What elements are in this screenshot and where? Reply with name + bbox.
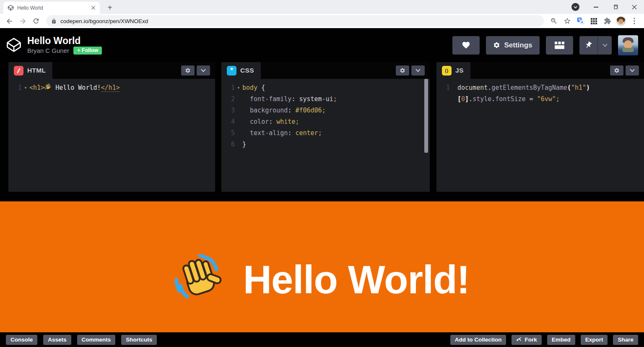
reload-icon[interactable] <box>30 15 42 27</box>
url-text: codepen.io/bgoonz/pen/XWNOExd <box>60 18 148 24</box>
pin-dropdown-button[interactable] <box>598 36 612 55</box>
code-line: 6} <box>221 139 430 150</box>
preview-heading: Hello World! <box>174 227 470 332</box>
html-code-area[interactable]: 1▼<h1> Hello World!</h1> <box>8 79 215 192</box>
browser-avatar[interactable] <box>615 16 626 27</box>
browser-tabstrip: Hello World + <box>0 0 644 14</box>
bookmark-star-icon[interactable] <box>561 16 573 27</box>
html-badge-icon <box>14 66 23 76</box>
browser-window: Hello World + codep <box>0 0 644 347</box>
js-collapse-button[interactable] <box>626 65 639 76</box>
tab-close-icon[interactable] <box>91 5 96 10</box>
browser-tab[interactable]: Hello World <box>3 2 100 14</box>
chevron-down-icon <box>415 69 421 72</box>
gear-icon <box>185 68 191 73</box>
pane-resizer[interactable] <box>430 62 436 192</box>
status-bar: Console Assets Comments Shortcuts Add to… <box>0 332 644 347</box>
window-restore-button[interactable] <box>605 0 625 14</box>
like-button[interactable] <box>452 36 480 55</box>
code-line: 1▼body { <box>221 82 430 94</box>
follow-button[interactable]: + Follow <box>73 47 102 55</box>
url-bar[interactable]: codepen.io/bgoonz/pen/XWNOExd <box>46 15 544 27</box>
pane-resizer[interactable] <box>215 62 221 192</box>
layout-icon <box>554 41 565 50</box>
lock-icon <box>51 18 57 24</box>
code-line: 2 font-family: system-ui; <box>221 94 430 105</box>
css-code-area[interactable]: 1▼body {2 font-family: system-ui;3 backg… <box>221 79 430 192</box>
back-icon[interactable] <box>3 15 15 27</box>
wave-emoji-icon <box>174 254 226 305</box>
html-editor-pane: HTML 1▼<h1> Hello World!</h1> <box>8 62 215 192</box>
heart-icon <box>462 41 470 50</box>
css-settings-button[interactable] <box>396 65 409 76</box>
user-avatar[interactable] <box>618 35 638 55</box>
zoom-indicator-icon[interactable] <box>548 16 559 27</box>
change-view-button[interactable] <box>546 36 573 55</box>
new-tab-button[interactable]: + <box>104 2 116 13</box>
profile-badge-icon[interactable] <box>571 3 579 11</box>
code-line: 1document.getElementsByTagName("h1") <box>436 82 644 94</box>
chevron-down-icon <box>630 69 635 72</box>
pin-button[interactable] <box>579 36 598 55</box>
js-editor-pane: () JS 1document.getElementsByTagName("h1… <box>436 62 644 192</box>
code-line: 3 background: #f06d06; <box>221 105 430 116</box>
html-tab[interactable]: HTML <box>8 62 52 79</box>
js-tab[interactable]: () JS <box>436 62 470 79</box>
pen-author[interactable]: Bryan C Guner <box>27 47 69 54</box>
preview-pane[interactable]: Hello World! <box>0 201 644 332</box>
codepen-favicon <box>8 5 14 11</box>
window-minimize-button[interactable] <box>586 0 605 14</box>
codepen-logo[interactable] <box>6 37 22 53</box>
browser-menu-kebab-icon[interactable] <box>628 16 640 27</box>
window-close-button[interactable] <box>625 0 644 14</box>
settings-button[interactable]: Settings <box>486 36 540 55</box>
code-line: [0].style.fontSize = "6vw"; <box>436 94 644 105</box>
translate-icon[interactable] <box>575 16 586 27</box>
assets-button[interactable]: Assets <box>43 335 71 345</box>
css-editor-pane: * CSS 1▼body {2 font-family: system-ui;3… <box>221 62 430 192</box>
css-collapse-button[interactable] <box>411 65 425 76</box>
editor-row: HTML 1▼<h1> Hello World!</h1> * CSS <box>0 62 644 192</box>
chevron-down-icon <box>602 44 608 47</box>
html-collapse-button[interactable] <box>197 65 210 76</box>
apps-grid-icon[interactable] <box>588 16 600 27</box>
gear-icon <box>493 42 500 49</box>
share-button[interactable]: Share <box>613 335 638 345</box>
fork-icon <box>516 337 522 342</box>
gear-icon <box>400 68 405 73</box>
css-tab[interactable]: * CSS <box>221 62 261 79</box>
js-badge-icon: () <box>442 66 452 76</box>
codepen-header: Hello World Bryan C Guner + Follow Setti… <box>0 28 644 62</box>
css-scrollbar[interactable] <box>424 79 428 153</box>
pin-icon <box>583 39 594 50</box>
code-line: 1▼<h1> Hello World!</h1> <box>8 82 215 94</box>
export-button[interactable]: Export <box>581 335 608 345</box>
forward-icon[interactable] <box>17 15 29 27</box>
extensions-puzzle-icon[interactable] <box>602 16 613 27</box>
fork-button[interactable]: Fork <box>512 335 541 345</box>
add-to-collection-button[interactable]: Add to Collection <box>450 335 506 345</box>
js-code-area[interactable]: 1document.getElementsByTagName("h1")[0].… <box>436 79 644 192</box>
gear-icon <box>614 68 620 73</box>
console-button[interactable]: Console <box>6 335 37 345</box>
html-settings-button[interactable] <box>181 65 195 76</box>
horizontal-resizer[interactable] <box>0 192 644 201</box>
pen-title: Hello World <box>27 36 102 46</box>
js-settings-button[interactable] <box>610 65 623 76</box>
wave-emoji-icon <box>44 83 52 91</box>
shortcuts-button[interactable]: Shortcuts <box>121 335 157 345</box>
chevron-down-icon <box>201 69 206 72</box>
code-line: 5 text-align: center; <box>221 128 430 139</box>
tab-title: Hello World <box>17 5 88 11</box>
code-line: 4 color: white; <box>221 116 430 128</box>
css-badge-icon: * <box>227 66 236 76</box>
browser-toolbar: codepen.io/bgoonz/pen/XWNOExd <box>0 14 644 28</box>
comments-button[interactable]: Comments <box>77 335 116 345</box>
embed-button[interactable]: Embed <box>547 335 575 345</box>
